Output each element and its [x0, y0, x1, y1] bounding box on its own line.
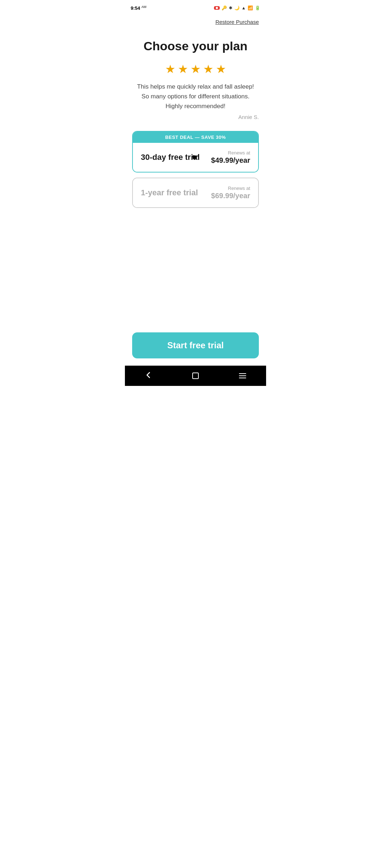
hand-cursor-icon: ☛ — [192, 153, 199, 162]
nav-back-button[interactable] — [139, 370, 158, 382]
plan-trial-name-30day: 30-day free trial — [141, 153, 200, 162]
status-bar: 9:54 AM 🔑 ✱ 🌙 ▲ 📶 🔋 — [125, 0, 266, 14]
restore-purchase-row: Restore Purchase — [132, 14, 259, 28]
key-icon: 🔑 — [222, 5, 227, 10]
renews-label-30day: Renews at — [211, 150, 250, 156]
nav-menu-button[interactable] — [233, 372, 252, 380]
plans-container: BEST DEAL — SAVE 30% 30-day free trial ☛… — [132, 131, 259, 208]
star-3: ★ — [190, 62, 201, 76]
plan-body-inner-1year: 1-year free trial Renews at $69.99/year — [141, 186, 250, 200]
plan-card-30day[interactable]: BEST DEAL — SAVE 30% 30-day free trial ☛… — [132, 131, 259, 173]
star-5: ★ — [216, 62, 226, 76]
nav-home-button[interactable] — [186, 371, 205, 380]
plan-price-block-30day: Renews at $49.99/year — [211, 150, 250, 165]
star-2: ★ — [178, 62, 188, 76]
review-author: Annie S. — [132, 114, 259, 120]
bottom-nav — [125, 366, 266, 386]
record-icon — [214, 6, 220, 10]
wifi-icon: 📶 — [248, 5, 253, 10]
nav-menu-icon — [239, 373, 246, 378]
review-text: This helps me quickly relax and fall asl… — [132, 82, 259, 111]
star-4: ★ — [203, 62, 214, 76]
plan-price-30day: $49.99/year — [211, 156, 250, 165]
status-time: 9:54 AM — [131, 5, 146, 11]
plan-badge-30day: BEST DEAL — SAVE 30% — [133, 132, 258, 143]
nav-square-icon — [192, 373, 199, 379]
star-1: ★ — [165, 62, 176, 76]
plan-body-30day: 30-day free trial ☛ Renews at $49.99/yea… — [133, 143, 258, 172]
start-free-trial-button[interactable]: Start free trial — [132, 332, 259, 358]
plan-price-block-1year: Renews at $69.99/year — [211, 186, 250, 200]
plan-body-1year: 1-year free trial Renews at $69.99/year — [133, 178, 258, 207]
plan-card-1year[interactable]: 1-year free trial Renews at $69.99/year — [132, 178, 259, 208]
spacer — [132, 217, 259, 332]
renews-label-1year: Renews at — [211, 186, 250, 191]
moon-icon: 🌙 — [234, 5, 240, 10]
restore-purchase-link[interactable]: Restore Purchase — [215, 19, 259, 25]
signal-icon: ▲ — [241, 5, 246, 10]
status-right: 🔑 ✱ 🌙 ▲ 📶 🔋 — [214, 5, 260, 10]
bluetooth-icon: ✱ — [229, 5, 232, 10]
plan-trial-name-1year: 1-year free trial — [141, 188, 198, 197]
plan-price-1year: $69.99/year — [211, 192, 250, 200]
battery-icon: 🔋 — [255, 5, 260, 10]
plan-body-inner-30day: 30-day free trial ☛ Renews at $49.99/yea… — [141, 150, 250, 165]
stars-row: ★ ★ ★ ★ ★ — [132, 62, 259, 76]
main-content: Restore Purchase Choose your plan ★ ★ ★ … — [125, 14, 266, 366]
page-title: Choose your plan — [132, 39, 259, 54]
status-left: 9:54 AM — [131, 5, 146, 11]
